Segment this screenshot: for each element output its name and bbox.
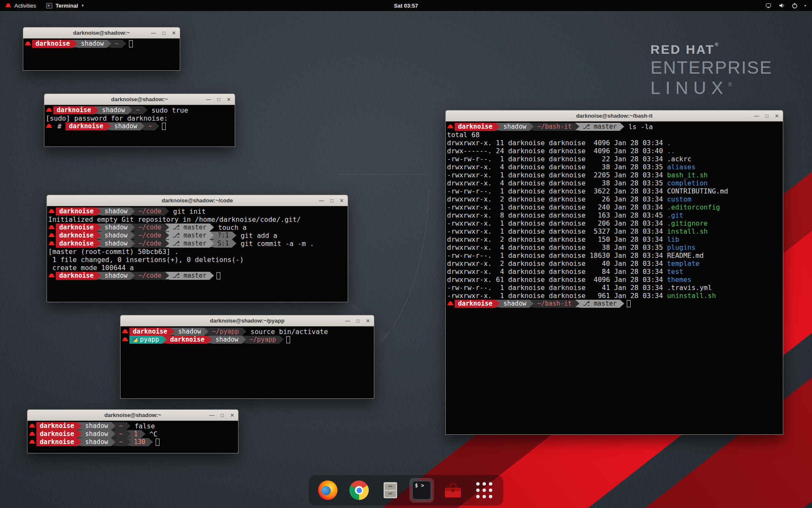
terminal-content[interactable]: darknoiseshadow~ — [23, 39, 180, 70]
terminal-text: README.md — [667, 251, 704, 260]
minimize-button[interactable]: — — [754, 113, 759, 119]
dir-name-text: .git — [667, 211, 683, 219]
window-titlebar[interactable]: darknoise@shadow:~ — □ ✕ — [27, 410, 238, 421]
terminal-line: -rwxrwxr-x. 1 darknoise darknoise 961 Ja… — [447, 292, 782, 300]
close-button[interactable]: ✕ — [340, 198, 344, 203]
close-button[interactable]: ✕ — [172, 30, 176, 36]
terminal-window-code: darknoise@shadow:~/code — □ ✕ darknoises… — [47, 195, 348, 302]
maximize-button[interactable]: □ — [217, 97, 220, 102]
minimize-button[interactable]: — — [206, 97, 211, 102]
screen-icon[interactable] — [765, 2, 772, 9]
dock-chrome[interactable] — [347, 478, 371, 502]
powerline-arrow-icon — [165, 272, 169, 279]
powerline-arrow-icon — [126, 438, 131, 446]
maximize-button[interactable]: □ — [765, 113, 768, 119]
powerline-arrow-icon — [97, 240, 101, 247]
terminal-content[interactable]: darknoiseshadow~/bash-it⎇ master ls -lat… — [446, 121, 783, 434]
redhat-prompt-icon — [122, 336, 129, 344]
terminal-line: [master (root-commit) 50bcb63] . — [48, 248, 346, 256]
activities-button[interactable]: Activities — [0, 0, 41, 11]
terminal-text: drwxrwxr-x. 61 darknoise darknoise 4096 … — [447, 276, 667, 284]
terminal-cursor — [156, 439, 159, 446]
powerline-arrow-icon — [97, 224, 101, 231]
maximize-button[interactable]: □ — [357, 318, 359, 323]
powerline-arrow-icon — [131, 232, 135, 239]
prompt-segment: S:1 — [214, 240, 232, 248]
prompt-segment: darknoise — [56, 207, 97, 215]
terminal-window-pyapp: darknoise@shadow:~/pyapp — □ ✕ darknoise… — [120, 315, 374, 399]
terminal-text: .ackrc — [667, 155, 691, 163]
terminal-text: sudo true — [148, 106, 188, 114]
powerline-arrow-icon — [107, 40, 111, 47]
close-button[interactable]: ✕ — [227, 97, 231, 102]
dock-app-grid[interactable] — [472, 478, 497, 502]
window-titlebar[interactable]: darknoise@shadow:~/code — □ ✕ — [47, 195, 348, 206]
minimize-button[interactable]: — — [151, 30, 156, 36]
window-titlebar[interactable]: darknoise@shadow:~ — □ ✕ — [23, 28, 180, 39]
close-button[interactable]: ✕ — [230, 413, 234, 418]
prompt-segment: ~/code — [135, 207, 165, 215]
prompt-segment: ⎇ master — [169, 232, 210, 240]
window-titlebar[interactable]: darknoise@shadow:~/bash-it — □ ✕ — [446, 110, 783, 121]
terminal-line: -rw-rw-r--. 1 darknoise darknoise 41 Jan… — [447, 284, 782, 292]
terminal-app-icon — [46, 3, 52, 8]
maximize-button[interactable]: □ — [162, 30, 165, 36]
terminal-window-bash-it: darknoise@shadow:~/bash-it — □ ✕ darknoi… — [445, 110, 783, 435]
minimize-button[interactable]: — — [319, 198, 324, 203]
volume-icon[interactable] — [778, 2, 785, 9]
window-titlebar[interactable]: darknoise@shadow:~/pyapp — □ ✕ — [121, 315, 374, 326]
prompt-segment: darknoise — [56, 232, 97, 240]
terminal-text: -rw-rw-r--. 1 darknoise darknoise 22 Jan… — [447, 155, 667, 163]
terminal-text: -rwxrwxr-x. 1 darknoise darknoise 206 Ja… — [447, 219, 667, 227]
app-menu-terminal[interactable]: Terminal ▼ — [41, 0, 89, 11]
minimize-button[interactable]: — — [345, 318, 350, 323]
dock-files[interactable] — [378, 478, 403, 502]
terminal-line: drwxrwxr-x. 4 darknoise darknoise 38 Jan… — [447, 243, 782, 251]
minimize-button[interactable]: — — [209, 413, 214, 418]
terminal-text: ^C — [145, 430, 158, 438]
powerline-arrow-icon — [208, 336, 212, 343]
close-button[interactable]: ✕ — [775, 113, 779, 119]
dock-firefox[interactable] — [315, 478, 340, 502]
prompt-segment: ~/bash-it — [534, 123, 575, 131]
prompt-segment: ~/bash-it — [534, 300, 575, 308]
dir-name-text: themes — [667, 276, 691, 284]
terminal-content[interactable]: darknoiseshadow~ falsedarknoiseshadow~1 … — [27, 421, 238, 453]
window-titlebar[interactable]: darknoise@shadow:~ — □ ✕ — [44, 94, 235, 105]
prompt-segment: ~/code — [135, 272, 165, 280]
terminal-content[interactable]: darknoiseshadow~ sudo true[sudo] passwor… — [44, 105, 235, 146]
terminal-line: -rwxrwxr-x. 1 darknoise darknoise 2205 J… — [447, 171, 782, 179]
prompt-segment: shadow — [101, 224, 131, 232]
maximize-button[interactable]: □ — [221, 413, 224, 418]
dir-name-text: lib — [667, 235, 679, 243]
powerline-arrow-icon — [496, 123, 500, 130]
prompt-segment: darknoise — [455, 123, 496, 131]
powerline-arrow-icon — [149, 438, 153, 446]
dock-toolbox[interactable] — [441, 478, 465, 502]
system-chevron-down-icon[interactable]: ▾ — [804, 4, 806, 8]
terminal-line: [sudo] password for darknoise: — [46, 114, 233, 122]
prompt-segment: shadow — [500, 123, 529, 131]
close-button[interactable]: ✕ — [366, 318, 370, 323]
powerline-arrow-icon — [620, 123, 624, 130]
dock-terminal[interactable] — [409, 478, 434, 502]
maximize-button[interactable]: □ — [330, 198, 333, 203]
terminal-content[interactable]: darknoiseshadow~/pyapp source bin/activa… — [121, 326, 374, 398]
terminal-text: -rw-rw-r--. 1 darknoise darknoise 18630 … — [447, 251, 667, 260]
powerline-arrow-icon — [131, 272, 135, 279]
clock[interactable]: Sat 03:57 — [394, 3, 418, 9]
firefox-icon — [318, 480, 337, 500]
terminal-content[interactable]: darknoiseshadow~/code git initInitialize… — [47, 206, 348, 302]
prompt-segment: darknoise — [56, 272, 97, 280]
terminal-line: drwxrwxr-x. 61 darknoise darknoise 4096 … — [447, 276, 782, 284]
prompt-segment: darknoise — [129, 328, 170, 336]
terminal-text: drwxrwxr-x. 8 darknoise darknoise 163 Ja… — [447, 211, 667, 219]
prompt-segment: darknoise — [56, 240, 97, 248]
toolbox-icon — [443, 480, 463, 500]
prompt-segment: ~ — [115, 430, 126, 438]
redhat-prompt-icon — [48, 240, 55, 248]
terminal-icon — [412, 480, 431, 500]
powerline-arrow-icon — [111, 438, 115, 446]
prompt-segment: ~ — [115, 422, 126, 430]
power-icon[interactable] — [791, 2, 798, 9]
